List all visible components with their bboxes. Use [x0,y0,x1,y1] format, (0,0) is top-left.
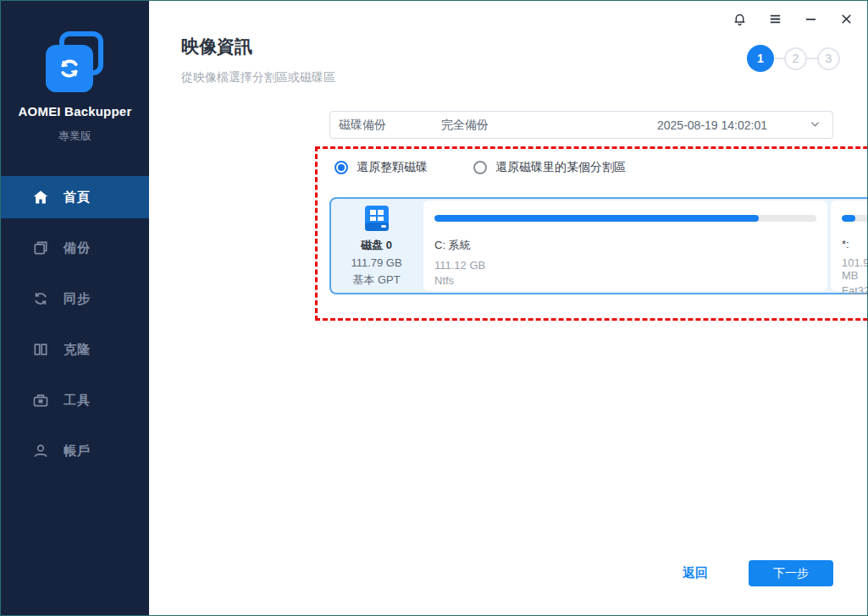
app-name: AOMEI Backupper [1,104,149,118]
usage-bar [434,215,816,222]
partition-star[interactable]: *: 101.98 MB Fat32 [831,201,868,291]
disk-drive-icon [361,204,393,233]
chevron-down-icon [810,118,821,132]
partition-filesystem: Ntfs [434,274,816,287]
sidebar-item-home[interactable]: 首頁 [1,176,149,218]
app-window: AOMEI Backupper 專業版 首頁 備份 [0,0,868,616]
step-connector [774,58,784,59]
sidebar-item-label: 同步 [64,291,91,307]
titlebar [725,8,860,30]
app-logo-icon [42,31,108,92]
usage-bar [842,215,868,222]
sync-icon [31,289,50,308]
sidebar-item-account[interactable]: 帳戶 [1,430,149,472]
sidebar-nav: 首頁 備份 同步 克隆 [1,176,149,472]
bell-icon[interactable] [725,8,754,30]
radio-label: 還原磁碟里的某個分割區 [495,160,626,175]
app-edition: 專業版 [1,129,149,144]
next-button[interactable]: 下一步 [749,560,833,586]
backup-mode: 完全備份 [441,118,657,133]
sidebar-item-label: 首頁 [64,190,91,206]
sidebar-item-label: 克隆 [64,342,91,358]
sidebar-item-label: 備份 [64,240,91,256]
radio-restore-whole-disk[interactable]: 還原整顆磁碟 [334,160,428,175]
back-button[interactable]: 返回 [683,565,708,581]
backup-type: 磁碟備份 [339,118,441,133]
minimize-icon[interactable] [796,8,825,30]
partition-size: 111.12 GB [434,259,816,272]
main-content: 映像資訊 從映像檔選擇分割區或磁碟區 1 2 3 磁碟備份 完全備份 2025-… [149,1,867,615]
backup-select-dropdown[interactable]: 磁碟備份 完全備份 2025-08-19 14:02:01 [329,111,833,139]
radio-restore-partition[interactable]: 還原磁碟里的某個分割區 [473,160,626,175]
step-indicator: 1 2 3 [747,45,840,72]
partition-c[interactable]: C: 系統 111.12 GB Ntfs [423,201,827,291]
restore-options-zone: 還原整顆磁碟 還原磁碟里的某個分割區 [315,146,868,321]
clone-icon [31,340,50,359]
radio-selected-icon [334,161,348,174]
disk-type: 基本 GPT [352,272,400,288]
sidebar-item-sync[interactable]: 同步 [1,278,149,320]
step-1: 1 [747,45,774,72]
user-icon [31,442,50,460]
backup-timestamp: 2025-08-19 14:02:01 [657,118,810,132]
disk-row-selected[interactable]: 磁盘 0 111.79 GB 基本 GPT C: 系統 111.12 GB Nt… [329,197,868,294]
restore-radio-row: 還原整顆磁碟 還原磁碟里的某個分割區 [334,160,868,175]
partition-size: 101.98 MB [842,256,868,282]
copy-icon [31,239,50,257]
sidebar-item-clone[interactable]: 克隆 [1,328,149,371]
toolbox-icon [31,391,50,410]
sidebar-item-tools[interactable]: 工具 [1,379,149,421]
radio-unselected-icon [473,161,487,174]
usage-bar-fill [842,215,855,222]
sidebar-item-backup[interactable]: 備份 [1,227,149,269]
home-icon [31,188,50,206]
sync-arrows-icon [46,45,93,92]
page-subtitle: 從映像檔選擇分割區或磁碟區 [181,70,833,85]
sidebar: AOMEI Backupper 專業版 首頁 備份 [1,1,149,615]
partition-filesystem: Fat32 [842,284,868,297]
sidebar-item-label: 帳戶 [64,443,91,459]
close-icon[interactable] [832,8,860,30]
partition-label: *: [842,238,868,250]
menu-icon[interactable] [760,8,789,30]
step-2: 2 [784,47,807,70]
usage-bar-fill [434,215,759,222]
step-3: 3 [817,47,840,70]
sidebar-item-label: 工具 [64,393,91,409]
disk-info: 磁盘 0 111.79 GB 基本 GPT [333,201,420,291]
partition-label: C: 系統 [434,238,816,253]
brand-block: AOMEI Backupper 專業版 [1,1,149,144]
footer-actions: 返回 下一步 [683,560,833,586]
step-connector [807,58,817,59]
disk-size: 111.79 GB [351,256,401,269]
disk-name: 磁盘 0 [361,238,392,253]
radio-label: 還原整顆磁碟 [357,160,428,175]
page-title: 映像資訊 [181,35,833,58]
